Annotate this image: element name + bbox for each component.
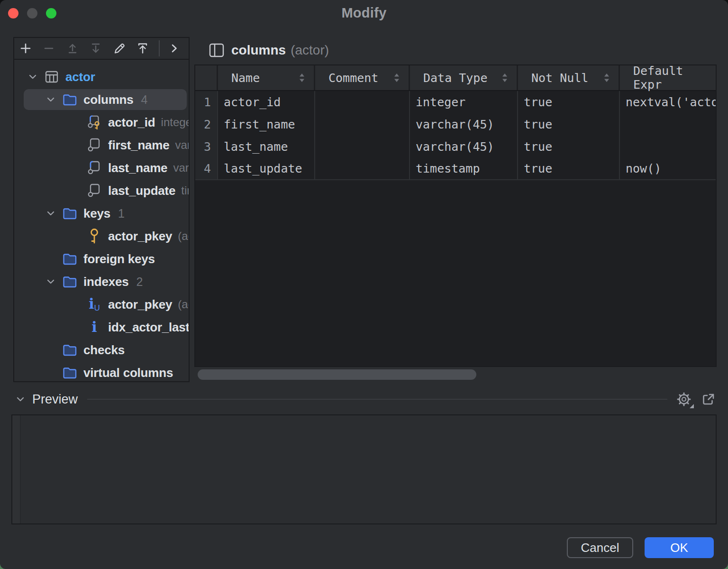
column-header-not-null[interactable]: Not Null	[518, 65, 620, 90]
edit-button[interactable]	[110, 39, 128, 58]
column-icon	[86, 182, 102, 199]
preview-divider	[87, 399, 667, 400]
cancel-button[interactable]: Cancel	[567, 537, 633, 558]
grid-cell[interactable]: last_update	[218, 158, 315, 179]
more-button[interactable]	[165, 39, 184, 58]
tree-item-detail: (ac	[178, 298, 189, 311]
tree-item-last-update[interactable]: last_updatetim	[14, 179, 189, 202]
grid-cell[interactable]: first_name	[218, 113, 315, 136]
tree-item-count: 4	[141, 93, 148, 107]
tree-item-idx-actor-last-[interactable]: iidx_actor_last_	[14, 316, 189, 339]
tree-item-foreign-keys[interactable]: foreign keys	[14, 248, 189, 270]
preview-label[interactable]: Preview	[32, 392, 78, 407]
tree-item-detail: (ac	[178, 229, 189, 243]
column-header-comment[interactable]: Comment	[315, 65, 410, 90]
tree-item-label: virtual columns	[83, 366, 173, 380]
chevron-down-icon[interactable]	[45, 275, 57, 288]
tree-item-label: actor_pkey	[108, 229, 172, 244]
open-in-window-icon[interactable]	[701, 391, 717, 407]
chevron-down-icon[interactable]	[45, 93, 57, 106]
chevron-spacer	[45, 253, 57, 265]
chevron-spacer	[45, 344, 57, 356]
tree-item-keys[interactable]: keys1	[14, 202, 189, 225]
tree-item-label: checks	[83, 343, 125, 358]
tree-item-actor[interactable]: actor	[14, 65, 189, 88]
chevron-down-icon[interactable]	[45, 207, 57, 220]
column-header-name[interactable]: Name	[218, 65, 315, 90]
grid-cell[interactable]: nextval('acto	[620, 91, 717, 113]
toolbar-separator	[159, 40, 160, 56]
tree-item-detail: varc	[173, 161, 189, 174]
add-button[interactable]	[16, 39, 35, 58]
preview-editor[interactable]	[11, 414, 717, 524]
row-number: 1	[195, 91, 218, 113]
tree-toolbar	[14, 38, 189, 60]
grid-cell[interactable]: true	[518, 91, 620, 113]
grid-cell[interactable]	[315, 136, 410, 158]
tree-item-actor-pkey[interactable]: iUactor_pkey(ac	[14, 293, 189, 316]
grid-cell[interactable]	[620, 113, 717, 136]
grid-cell[interactable]	[315, 91, 410, 113]
folder-icon	[62, 205, 78, 222]
tree-item-detail: integer	[161, 116, 189, 129]
horizontal-scrollbar-thumb[interactable]	[198, 369, 476, 380]
ok-button[interactable]: OK	[645, 537, 714, 558]
index-icon: i	[86, 319, 102, 336]
object-tree-panel: actorcolumns4actor_idintegerfirst_nameva…	[13, 37, 190, 382]
tree-item-virtual-columns[interactable]: virtual columns	[14, 361, 189, 381]
grid-cell[interactable]: last_name	[218, 136, 315, 158]
grid-cell[interactable]: true	[518, 113, 620, 136]
tree-item-columns[interactable]: columns4	[14, 88, 189, 111]
tree-item-detail: varc	[175, 138, 189, 152]
horizontal-scrollbar	[194, 367, 717, 382]
key-icon	[86, 228, 102, 245]
grid-row: 3last_namevarchar(45)true	[195, 136, 716, 158]
folder-icon	[62, 250, 78, 267]
chevron-down-icon[interactable]	[27, 71, 39, 83]
editor-subtitle: (actor)	[291, 43, 329, 58]
chevron-down-icon[interactable]	[14, 393, 27, 405]
object-tree: actorcolumns4actor_idintegerfirst_nameva…	[14, 61, 189, 381]
column-header-default-expr[interactable]: Default Expr	[620, 65, 717, 90]
grid-cell[interactable]: timestamp	[410, 158, 518, 179]
tree-item-count: 1	[118, 207, 125, 220]
grid-cell[interactable]: actor_id	[218, 91, 315, 113]
columns-grid: NameCommentData TypeNot NullDefault Expr…	[194, 64, 717, 367]
remove-button[interactable]	[39, 39, 58, 58]
export-ddl-button[interactable]	[133, 39, 152, 58]
move-down-button[interactable]	[86, 39, 105, 58]
table-icon	[44, 68, 60, 85]
folder-icon	[62, 341, 78, 358]
grid-cell[interactable]: varchar(45)	[410, 136, 518, 158]
tree-item-last-name[interactable]: last_namevarc	[14, 156, 189, 179]
grid-row: 4last_updatetimestamptruenow()	[195, 158, 716, 180]
tree-item-actor-pkey[interactable]: actor_pkey(ac	[14, 225, 189, 248]
column-icon	[86, 137, 102, 154]
tree-item-detail: tim	[181, 184, 189, 197]
grid-cell[interactable]	[620, 136, 717, 158]
tree-item-count: 2	[136, 275, 143, 289]
tree-item-first-name[interactable]: first_namevarc	[14, 134, 189, 156]
titlebar: Modify	[0, 0, 728, 27]
tree-item-label: actor_pkey	[108, 297, 172, 312]
row-number-header	[195, 65, 218, 90]
tree-item-actor-id[interactable]: actor_idinteger	[14, 111, 189, 134]
column-header-data-type[interactable]: Data Type	[410, 65, 518, 90]
row-number: 3	[195, 136, 218, 158]
grid-cell[interactable]	[315, 158, 410, 179]
chevron-spacer	[45, 367, 57, 379]
grid-cell[interactable]: true	[518, 136, 620, 158]
tree-item-indexes[interactable]: indexes2	[14, 270, 189, 293]
tree-item-label: idx_actor_last_	[108, 320, 189, 335]
tree-item-label: actor	[65, 70, 95, 84]
modify-dialog: Modify actorcolumns4actor_idintegerfirst…	[0, 0, 728, 569]
grid-cell[interactable]	[315, 113, 410, 136]
grid-cell[interactable]: now()	[620, 158, 717, 179]
gear-icon[interactable]	[675, 390, 693, 408]
grid-cell[interactable]: varchar(45)	[410, 113, 518, 136]
move-up-button[interactable]	[63, 39, 82, 58]
grid-cell[interactable]: true	[518, 158, 620, 179]
grid-cell[interactable]: integer	[410, 91, 518, 113]
editor-heading: columns (actor)	[208, 40, 329, 61]
tree-item-checks[interactable]: checks	[14, 339, 189, 361]
